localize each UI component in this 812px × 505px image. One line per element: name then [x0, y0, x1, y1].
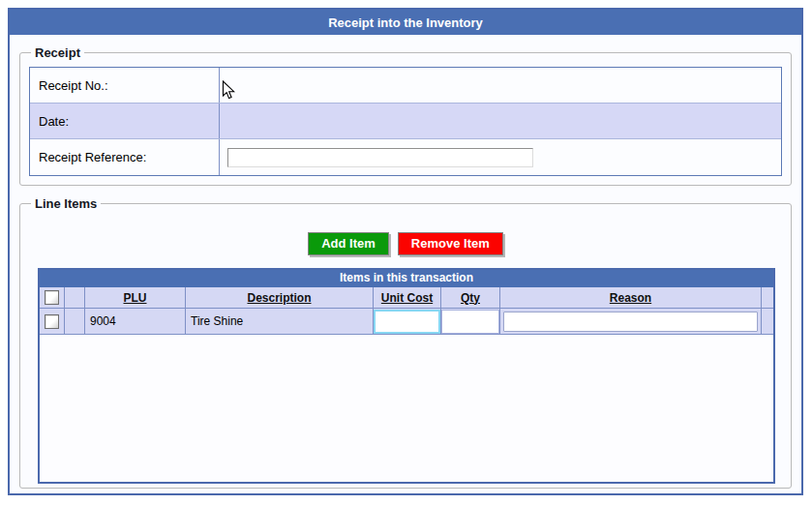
- line-items-button-row: Add Item Remove Item: [29, 232, 782, 255]
- receipt-groupbox: Receipt Receipt No.: Date: Receipt Refer…: [19, 45, 792, 186]
- header-end-cell: [762, 287, 773, 308]
- page-title: Receipt into the Inventory: [328, 15, 483, 30]
- column-header-plu[interactable]: PLU: [124, 291, 147, 305]
- header-spacer-cell: [65, 287, 85, 308]
- qty-input[interactable]: [441, 310, 499, 334]
- description-cell: Tire Shine: [186, 309, 374, 334]
- items-table: Items in this transaction PLU Descriptio…: [38, 268, 775, 484]
- line-items-groupbox: Line Items Add Item Remove Item Items in…: [19, 196, 792, 489]
- receipt-legend: Receipt: [31, 45, 84, 60]
- receipt-no-label: Receipt No.:: [30, 68, 220, 103]
- add-item-button[interactable]: Add Item: [308, 232, 389, 255]
- unit-cost-input[interactable]: [374, 310, 440, 334]
- column-header-qty[interactable]: Qty: [461, 291, 480, 305]
- receipt-reference-row: Receipt Reference:: [30, 139, 781, 175]
- receipt-no-value: [220, 68, 781, 103]
- row-end-cell: [762, 309, 773, 334]
- receipt-reference-input[interactable]: [227, 148, 533, 167]
- window-title-bar: Receipt into the Inventory: [10, 10, 801, 35]
- receipt-window: Receipt into the Inventory Receipt Recei…: [8, 8, 803, 495]
- column-header-unit-cost[interactable]: Unit Cost: [381, 291, 433, 305]
- receipt-fields-table: Receipt No.: Date: Receipt Reference:: [29, 67, 782, 176]
- date-row: Date:: [30, 104, 781, 139]
- table-row: 9004 Tire Shine: [40, 309, 773, 335]
- items-table-empty-area: [40, 335, 773, 482]
- receipt-reference-label: Receipt Reference:: [30, 139, 220, 175]
- reason-input[interactable]: [503, 312, 758, 332]
- row-select-checkbox[interactable]: [45, 314, 59, 329]
- items-table-title: Items in this transaction: [40, 270, 773, 287]
- column-header-reason[interactable]: Reason: [610, 291, 651, 305]
- receipt-no-row: Receipt No.:: [30, 68, 781, 104]
- remove-item-button[interactable]: Remove Item: [398, 232, 503, 255]
- column-header-description[interactable]: Description: [247, 291, 311, 305]
- date-label: Date:: [30, 104, 220, 138]
- select-all-checkbox[interactable]: [45, 290, 59, 305]
- plu-cell: 9004: [85, 309, 186, 334]
- line-items-legend: Line Items: [31, 196, 101, 211]
- date-value: [220, 104, 781, 138]
- row-spacer-cell: [65, 309, 85, 334]
- items-table-header-row: PLU Description Unit Cost Qty Reason: [40, 287, 773, 309]
